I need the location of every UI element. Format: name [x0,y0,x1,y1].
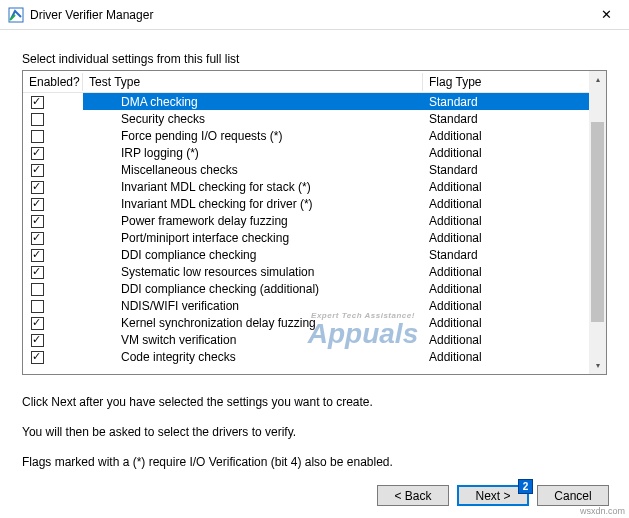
instruction-text: Select individual settings from this ful… [22,52,607,66]
scroll-track[interactable] [589,88,606,357]
row-checkbox[interactable] [31,181,44,194]
app-icon [8,7,24,23]
row-checkbox[interactable] [31,351,44,364]
row-test-type: Power framework delay fuzzing [83,212,423,229]
help-line-3: Flags marked with a (*) require I/O Veri… [22,455,607,469]
next-button[interactable]: Next > 2 [457,485,529,506]
row-checkbox[interactable] [31,198,44,211]
table-row[interactable]: NDIS/WIFI verificationAdditional [23,297,589,314]
table-row[interactable]: IRP logging (*)Additional [23,144,589,161]
cancel-button[interactable]: Cancel [537,485,609,506]
titlebar: Driver Verifier Manager ✕ [0,0,629,30]
table-row[interactable]: Systematic low resources simulationAddit… [23,263,589,280]
scroll-down-icon[interactable]: ▾ [589,357,606,374]
row-checkbox[interactable] [31,232,44,245]
row-test-type: Miscellaneous checks [83,161,423,178]
row-checkbox[interactable] [31,283,44,296]
list-header: Enabled? Test Type Flag Type [23,71,589,93]
row-checkbox[interactable] [31,147,44,160]
row-checkbox[interactable] [31,113,44,126]
table-row[interactable]: DDI compliance checking (additional)Addi… [23,280,589,297]
row-test-type: Invariant MDL checking for driver (*) [83,195,423,212]
help-line-2: You will then be asked to select the dri… [22,425,607,439]
row-checkbox[interactable] [31,96,44,109]
row-test-type: Kernel synchronization delay fuzzing [83,314,423,331]
column-header-enabled[interactable]: Enabled? [23,73,83,91]
row-flag-type: Standard [423,161,589,178]
row-flag-type: Additional [423,144,589,161]
table-row[interactable]: DMA checkingStandard [23,93,589,110]
table-row[interactable]: DDI compliance checkingStandard [23,246,589,263]
settings-list: Enabled? Test Type Flag Type DMA checkin… [22,70,607,375]
annotation-badge: 2 [518,479,533,494]
row-checkbox[interactable] [31,317,44,330]
row-test-type: DDI compliance checking [83,246,423,263]
row-test-type: DDI compliance checking (additional) [83,280,423,297]
row-flag-type: Additional [423,178,589,195]
row-checkbox[interactable] [31,249,44,262]
row-flag-type: Additional [423,229,589,246]
row-test-type: Security checks [83,110,423,127]
back-button-label: < Back [394,489,431,503]
cancel-button-label: Cancel [554,489,591,503]
row-flag-type: Standard [423,246,589,263]
wizard-buttons: < Back Next > 2 Cancel [377,485,609,506]
table-row[interactable]: Miscellaneous checksStandard [23,161,589,178]
table-row[interactable]: Code integrity checksAdditional [23,348,589,365]
back-button[interactable]: < Back [377,485,449,506]
row-test-type: Code integrity checks [83,348,423,365]
row-test-type: Systematic low resources simulation [83,263,423,280]
help-section: Click Next after you have selected the s… [22,395,607,469]
row-flag-type: Additional [423,127,589,144]
table-row[interactable]: Kernel synchronization delay fuzzingAddi… [23,314,589,331]
table-row[interactable]: Power framework delay fuzzingAdditional [23,212,589,229]
window-title: Driver Verifier Manager [30,8,153,22]
row-checkbox[interactable] [31,164,44,177]
row-flag-type: Additional [423,280,589,297]
close-icon: ✕ [601,7,612,22]
help-line-1: Click Next after you have selected the s… [22,395,607,409]
column-header-testtype[interactable]: Test Type [83,73,423,91]
row-test-type: Invariant MDL checking for stack (*) [83,178,423,195]
table-row[interactable]: Force pending I/O requests (*)Additional [23,127,589,144]
row-checkbox[interactable] [31,130,44,143]
table-row[interactable]: Invariant MDL checking for driver (*)Add… [23,195,589,212]
row-checkbox[interactable] [31,266,44,279]
column-header-flagtype[interactable]: Flag Type [423,73,563,91]
row-flag-type: Additional [423,348,589,365]
row-flag-type: Additional [423,212,589,229]
row-checkbox[interactable] [31,300,44,313]
next-button-label: Next > [475,489,510,503]
row-flag-type: Standard [423,110,589,127]
row-flag-type: Additional [423,331,589,348]
scroll-up-icon[interactable]: ▴ [589,71,606,88]
row-flag-type: Additional [423,314,589,331]
row-test-type: DMA checking [83,93,423,110]
scroll-thumb[interactable] [591,122,604,322]
row-test-type: NDIS/WIFI verification [83,297,423,314]
source-watermark: wsxdn.com [580,506,625,516]
row-flag-type: Additional [423,263,589,280]
row-checkbox[interactable] [31,334,44,347]
row-test-type: Port/miniport interface checking [83,229,423,246]
row-flag-type: Standard [423,93,589,110]
table-row[interactable]: Invariant MDL checking for stack (*)Addi… [23,178,589,195]
row-test-type: IRP logging (*) [83,144,423,161]
row-test-type: VM switch verification [83,331,423,348]
table-row[interactable]: Security checksStandard [23,110,589,127]
row-flag-type: Additional [423,195,589,212]
vertical-scrollbar[interactable]: ▴ ▾ [589,71,606,374]
table-row[interactable]: Port/miniport interface checkingAddition… [23,229,589,246]
row-test-type: Force pending I/O requests (*) [83,127,423,144]
table-row[interactable]: VM switch verificationAdditional [23,331,589,348]
close-button[interactable]: ✕ [584,0,629,30]
row-checkbox[interactable] [31,215,44,228]
row-flag-type: Additional [423,297,589,314]
